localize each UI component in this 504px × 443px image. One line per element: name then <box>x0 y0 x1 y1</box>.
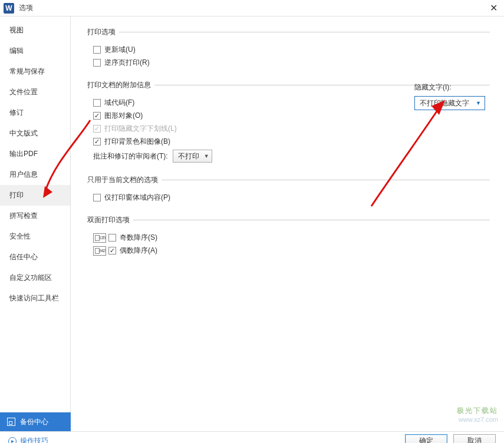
checkbox-background[interactable] <box>93 138 101 146</box>
close-button[interactable]: ✕ <box>486 1 500 15</box>
sidebar-item-trust-center[interactable]: 信任中心 <box>0 247 70 267</box>
checkbox-drawing-objects[interactable] <box>93 112 101 120</box>
legend-print-options: 打印选项 <box>87 27 119 37</box>
sidebar-item-user-info[interactable]: 用户信息 <box>0 164 70 185</box>
sidebar-item-revision[interactable]: 修订 <box>0 103 70 123</box>
disk-icon <box>7 418 15 426</box>
checkbox-hidden-underline <box>93 125 101 133</box>
content-panel: 打印选项 更新域(U) 逆序页打印(R) 打印文档的附加信息 域代码(F) 图形… <box>71 16 504 412</box>
select-reviewer[interactable]: 不打印 ▼ <box>173 150 212 163</box>
chevron-down-icon: ▼ <box>476 100 481 106</box>
page-order-icon-even: 842 <box>93 246 106 256</box>
hidden-text-block: 隐藏文字(I): 不打印隐藏文字 ▼ <box>414 82 491 110</box>
checkbox-update-fields[interactable] <box>93 46 101 54</box>
checkbox-odd-desc[interactable] <box>108 234 116 242</box>
sidebar-item-spellcheck[interactable]: 拼写检查 <box>0 206 70 226</box>
label-odd-desc: 奇数降序(S) <box>120 233 157 243</box>
legend-doc-extra: 打印文档的附加信息 <box>87 80 154 90</box>
checkbox-field-codes[interactable] <box>93 99 101 107</box>
ok-button[interactable]: 确定 <box>405 434 447 444</box>
watermark: 极光下载站 www.xz7.com <box>457 406 498 423</box>
titlebar: W 选项 ✕ <box>0 0 504 16</box>
sidebar-item-export-pdf[interactable]: 输出PDF <box>0 144 70 164</box>
label-background: 打印背景色和图像(B) <box>104 137 170 147</box>
sidebar-item-general-save[interactable]: 常规与保存 <box>0 61 70 82</box>
chevron-down-icon: ▼ <box>204 153 209 159</box>
backup-center-label: 备份中心 <box>20 417 48 427</box>
backup-center-button[interactable]: 备份中心 <box>0 412 71 431</box>
app-icon: W <box>4 3 14 14</box>
label-update-fields: 更新域(U) <box>104 45 136 55</box>
checkbox-form-only[interactable] <box>93 194 101 201</box>
sidebar-item-edit[interactable]: 编辑 <box>0 41 70 61</box>
tips-label: 操作技巧 <box>20 436 48 443</box>
label-drawing-objects: 图形对象(O) <box>104 111 143 121</box>
play-icon: ▸ <box>8 437 17 444</box>
sidebar-item-file-location[interactable]: 文件位置 <box>0 82 70 103</box>
checkbox-reverse-order[interactable] <box>93 59 101 67</box>
sidebar-item-view[interactable]: 视图 <box>0 20 70 41</box>
sidebar-item-quick-access[interactable]: 快速访问工具栏 <box>0 288 70 309</box>
cancel-button[interactable]: 取消 <box>453 434 496 444</box>
page-order-icon-odd: 135 <box>93 233 106 243</box>
legend-duplex: 双面打印选项 <box>87 215 133 225</box>
tips-link[interactable]: ▸ 操作技巧 <box>8 436 48 443</box>
label-even-desc: 偶数降序(A) <box>120 246 157 256</box>
select-hidden-text-value: 不打印隐藏文字 <box>420 98 469 108</box>
sidebar: 视图 编辑 常规与保存 文件位置 修订 中文版式 输出PDF 用户信息 打印 拼… <box>0 16 71 412</box>
sidebar-item-custom-ribbon[interactable]: 自定义功能区 <box>0 267 70 288</box>
label-reviewer: 批注和修订的审阅者(T): <box>93 151 168 161</box>
legend-current-doc: 只用于当前文档的选项 <box>87 175 162 185</box>
section-duplex: 双面打印选项 135 奇数降序(S) 842 偶数降序(A) <box>87 215 490 261</box>
sidebar-item-chinese-layout[interactable]: 中文版式 <box>0 123 70 144</box>
label-hidden-underline: 打印隐藏文字下划线(L) <box>104 124 177 134</box>
checkbox-even-desc[interactable] <box>108 247 116 254</box>
window-title: 选项 <box>19 3 486 13</box>
label-reverse-order: 逆序页打印(R) <box>104 58 150 68</box>
section-current-doc: 只用于当前文档的选项 仅打印窗体域内容(P) <box>87 175 490 208</box>
bottom-bar: ▸ 操作技巧 确定 取消 <box>0 431 504 443</box>
label-form-only: 仅打印窗体域内容(P) <box>104 193 170 203</box>
sidebar-item-security[interactable]: 安全性 <box>0 226 70 247</box>
label-field-codes: 域代码(F) <box>104 98 134 108</box>
select-hidden-text[interactable]: 不打印隐藏文字 ▼ <box>414 96 485 110</box>
main-area: 视图 编辑 常规与保存 文件位置 修订 中文版式 输出PDF 用户信息 打印 拼… <box>0 16 504 412</box>
sidebar-item-print[interactable]: 打印 <box>0 185 70 206</box>
label-hidden-text: 隐藏文字(I): <box>414 82 491 92</box>
watermark-line1: 极光下载站 <box>457 406 498 416</box>
section-print-options: 打印选项 更新域(U) 逆序页打印(R) <box>87 27 490 73</box>
footer-bar: 备份中心 <box>0 412 504 431</box>
watermark-line2: www.xz7.com <box>457 416 498 423</box>
select-reviewer-value: 不打印 <box>178 151 199 161</box>
